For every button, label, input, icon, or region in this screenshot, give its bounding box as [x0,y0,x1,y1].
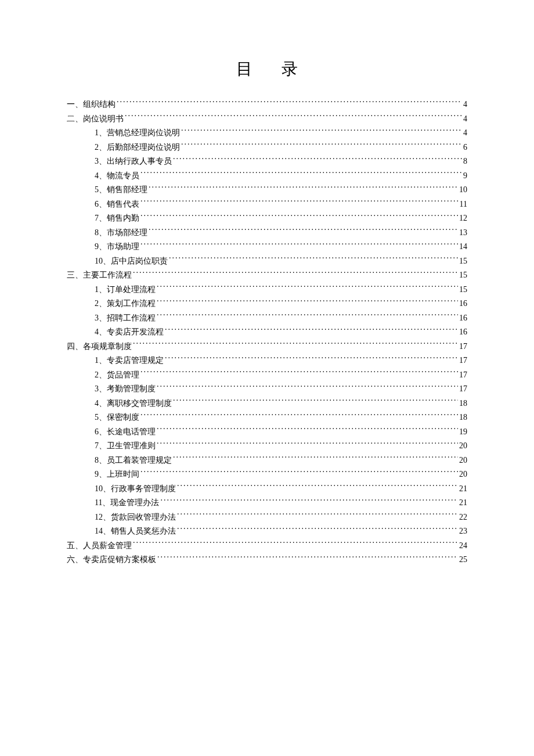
toc-entry-leader [117,99,462,107]
toc-entry-leader [140,199,459,207]
toc-entry: 五、人员薪金管理24 [67,539,467,553]
toc-entry-leader [173,398,458,406]
toc-entry-page: 18 [459,411,467,425]
table-of-contents: 一、组织结构4二、岗位说明书41、营销总经理岗位说明42、后勤部经理岗位说明63… [67,98,467,567]
toc-entry: 一、组织结构4 [67,98,467,112]
toc-entry-label: 10、店中店岗位职责 [95,254,168,269]
toc-entry: 2、策划工作流程16 [67,297,467,311]
toc-entry-page: 25 [459,553,467,567]
toc-entry: 3、招聘工作流程16 [67,311,467,326]
toc-entry-page: 4 [463,112,467,127]
toc-entry-page: 4 [463,98,467,112]
toc-entry-page: 19 [459,425,467,440]
toc-entry-label: 5、保密制度 [95,411,139,425]
toc-entry: 四、各项规章制度17 [67,340,467,354]
toc-entry-label: 六、专卖店促销方案模板 [67,553,156,567]
toc-entry-leader [140,241,458,249]
toc-entry: 10、店中店岗位职责15 [67,254,467,269]
toc-entry-leader [177,525,458,534]
toc-entry-leader [140,412,458,420]
toc-entry-page: 23 [459,524,467,539]
toc-entry-leader [133,341,458,349]
toc-entry-leader [157,312,458,321]
toc-entry: 1、专卖店管理规定17 [67,354,467,368]
toc-entry: 5、保密制度18 [67,411,467,425]
toc-entry: 2、后勤部经理岗位说明6 [67,141,467,155]
toc-entry-leader [177,483,458,491]
toc-entry-leader [140,170,462,178]
toc-entry-label: 3、招聘工作流程 [95,311,156,326]
toc-entry: 3、考勤管理制度17 [67,382,467,397]
toc-entry-leader [140,469,458,477]
toc-entry-page: 12 [459,211,467,226]
toc-entry-leader [165,355,458,363]
toc-entry-leader [133,540,458,548]
toc-entry-page: 24 [459,539,467,553]
toc-entry-page: 11 [460,197,467,212]
toc-entry: 11、现金管理办法21 [67,496,467,510]
toc-entry-page: 17 [459,354,467,368]
toc-entry: 6、销售代表11 [67,197,467,212]
toc-entry-page: 16 [459,297,467,311]
toc-entry-page: 20 [459,467,467,482]
toc-entry-label: 1、专卖店管理规定 [95,354,164,368]
toc-entry-leader [169,255,458,264]
toc-entry-label: 2、策划工作流程 [95,297,156,311]
toc-entry-label: 4、物流专员 [95,169,139,183]
toc-entry-label: 9、上班时间 [95,467,139,482]
toc-entry-leader [181,142,462,150]
toc-entry-page: 20 [459,439,467,453]
toc-entry: 7、卫生管理准则20 [67,439,467,453]
toc-entry-page: 15 [459,268,467,283]
toc-entry-page: 17 [459,382,467,397]
toc-entry: 2、货品管理17 [67,368,467,383]
toc-entry: 8、市场部经理13 [67,226,467,240]
toc-entry-leader [160,497,458,505]
toc-entry-label: 7、卫生管理准则 [95,439,156,453]
toc-entry: 12、货款回收管理办法22 [67,510,467,525]
toc-entry-page: 16 [459,325,467,340]
toc-entry: 9、市场助理14 [67,240,467,254]
toc-entry: 1、营销总经理岗位说明4 [67,126,467,141]
toc-entry-leader [173,455,458,463]
toc-entry-page: 15 [459,254,467,269]
toc-entry-page: 13 [459,226,467,240]
toc-entry: 4、专卖店开发流程16 [67,325,467,340]
toc-entry-page: 14 [459,240,467,254]
toc-entry-page: 6 [463,141,467,155]
toc-entry-label: 11、现金管理办法 [95,496,159,510]
toc-entry-leader [133,269,458,278]
toc-entry-label: 9、市场助理 [95,240,139,254]
toc-entry-label: 五、人员薪金管理 [67,539,132,553]
toc-entry: 6、长途电话管理19 [67,425,467,440]
toc-entry: 4、物流专员9 [67,169,467,183]
toc-entry-label: 3、出纳行政人事专员 [95,154,172,169]
toc-entry-leader [157,554,458,562]
toc-entry-label: 6、销售代表 [95,197,139,212]
toc-entry-label: 6、长途电话管理 [95,425,156,440]
toc-entry-label: 4、专卖店开发流程 [95,325,164,340]
toc-entry: 六、专卖店促销方案模板25 [67,553,467,567]
toc-entry-label: 1、营销总经理岗位说明 [95,126,180,141]
toc-entry-label: 10、行政事务管理制度 [95,482,176,496]
toc-entry-label: 12、货款回收管理办法 [95,510,176,525]
toc-entry: 3、出纳行政人事专员8 [67,154,467,169]
toc-entry-label: 三、主要工作流程 [67,268,132,283]
toc-entry-page: 16 [459,311,467,326]
toc-entry-leader [157,383,458,391]
toc-entry-label: 14、销售人员奖惩办法 [95,524,176,539]
toc-entry-page: 4 [463,126,467,141]
toc-entry-page: 9 [463,169,467,183]
toc-entry-label: 3、考勤管理制度 [95,382,156,397]
toc-entry-label: 一、组织结构 [67,98,116,112]
toc-entry: 8、员工着装管理规定20 [67,453,467,468]
toc-entry: 二、岗位说明书4 [67,112,467,127]
toc-entry-label: 7、销售内勤 [95,211,139,226]
toc-entry-leader [157,284,458,292]
toc-entry-page: 15 [459,283,467,297]
toc-entry-leader [173,156,462,164]
toc-entry-leader [177,512,458,520]
toc-entry-leader [125,113,462,121]
toc-entry-label: 四、各项规章制度 [67,340,132,354]
toc-entry-page: 17 [459,340,467,354]
